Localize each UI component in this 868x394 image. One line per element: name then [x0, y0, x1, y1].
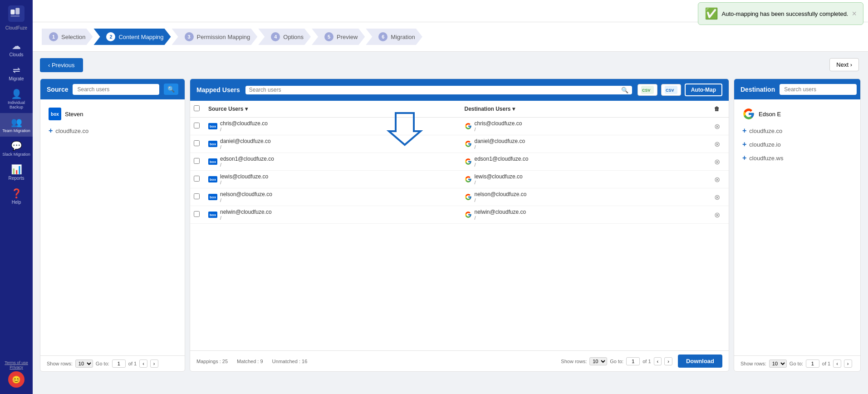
mapped-page-input[interactable]	[626, 357, 640, 365]
dest-user-cell-3: lewis@cloudfuze.co /	[475, 173, 523, 185]
sidebar-item-clouds[interactable]: ☁ Clouds	[0, 37, 33, 61]
destination-search-input[interactable]	[780, 84, 857, 95]
dest-prev-page[interactable]: ‹	[833, 360, 841, 368]
dest-next-page[interactable]: ›	[844, 360, 852, 368]
steps-bar: 1 Selection 2 Content Mapping 3 Permissi…	[33, 22, 868, 52]
next-button[interactable]: Next ›	[829, 58, 859, 71]
remove-cell-3: ⊗	[711, 171, 729, 188]
mapped-panel: Mapped Users 🔍 CSV↓ CSV↑ Auto-Map	[190, 79, 729, 372]
source-email-1: daniel@cloudfuze.co	[220, 138, 271, 144]
row-checkbox-2[interactable]	[194, 158, 200, 164]
source-search-button[interactable]: 🔍	[164, 84, 178, 95]
mapped-prev-page[interactable]: ‹	[654, 357, 662, 365]
step-2[interactable]: 2 Content Mapping	[93, 29, 172, 45]
dest-domain-3[interactable]: + cloudfuze.ws	[739, 151, 856, 165]
remove-cell-5: ⊗	[711, 206, 729, 224]
step-preview[interactable]: 5 Preview	[312, 29, 365, 45]
mapped-goto-label: Go to:	[610, 359, 623, 364]
gsuite-icon-1	[465, 140, 472, 148]
row-checkbox-3[interactable]	[194, 176, 200, 182]
csv-download-button-2[interactable]: CSV↑	[661, 84, 681, 96]
destination-panel-footer: Show rows: 10 Go to: of 1 ‹ ›	[734, 355, 860, 371]
automap-button[interactable]: Auto-Map	[685, 84, 722, 96]
step-6[interactable]: 6 Migration	[366, 29, 423, 45]
source-rows-select[interactable]: 10	[75, 360, 93, 368]
sidebar-label-individual-backup: Individual Backup	[2, 100, 31, 109]
dest-page-input[interactable]	[806, 360, 819, 368]
csv-download-button-1[interactable]: CSV↓	[638, 84, 657, 96]
source-next-page[interactable]: ›	[150, 360, 158, 368]
dest-domain-1[interactable]: + cloudfuze.co	[739, 124, 856, 138]
sidebar-item-reports[interactable]: 📊 Reports	[0, 160, 33, 184]
remove-mapping-button-3[interactable]: ⊗	[714, 176, 720, 183]
remove-cell-0: ⊗	[711, 118, 729, 135]
row-checkbox-1[interactable]	[194, 140, 200, 146]
step-3[interactable]: 3 Permission Mapping	[172, 29, 259, 45]
previous-button[interactable]: ‹ Previous	[40, 58, 83, 72]
row-checkbox-0[interactable]	[194, 123, 200, 128]
step-6-num: 6	[378, 32, 387, 41]
step-selection[interactable]: 1 Selection	[42, 29, 93, 45]
sidebar-item-help[interactable]: ❓ Help	[0, 184, 33, 208]
destination-user: Edson E	[739, 104, 856, 124]
gsuite-icon-4	[465, 193, 472, 201]
mapped-search-input[interactable]	[249, 87, 621, 93]
sidebar-item-slack-migration[interactable]: 💬 Slack Migration	[0, 137, 33, 160]
step-permission-mapping[interactable]: 3 Permission Mapping	[172, 29, 258, 45]
source-path-0: /	[220, 127, 268, 132]
row-checkbox-5[interactable]	[194, 211, 200, 217]
step-migration[interactable]: 6 Migration	[366, 29, 422, 45]
mapped-rows-select[interactable]: 10	[589, 357, 607, 365]
download-button[interactable]: Download	[678, 355, 722, 368]
feedback-button[interactable]: 😊	[8, 371, 25, 388]
mapped-next-page[interactable]: ›	[664, 357, 672, 365]
dest-domain-2[interactable]: + cloudfuze.io	[739, 138, 856, 151]
remove-mapping-button-0[interactable]: ⊗	[714, 123, 720, 130]
step-1[interactable]: 1 Selection	[42, 29, 93, 45]
remove-cell-2: ⊗	[711, 153, 729, 171]
table-row: box daniel@cloudfuze.co /	[190, 135, 729, 153]
source-prev-page[interactable]: ‹	[139, 360, 147, 368]
source-email-3: lewis@cloudfuze.co	[220, 173, 268, 180]
dest-path-1: /	[475, 144, 525, 150]
matched-stat: Matched : 9	[237, 359, 263, 364]
step-content-mapping[interactable]: 2 Content Mapping	[93, 29, 171, 45]
source-cell-0: box chris@cloudfuze.co /	[205, 118, 461, 135]
gsuite-icon-2	[465, 158, 472, 165]
sidebar-item-migrate[interactable]: ⇌ Migrate	[0, 61, 33, 85]
dest-rows-select[interactable]: 10	[769, 360, 787, 368]
remove-mapping-button-4[interactable]: ⊗	[714, 193, 720, 201]
box-icon-5: box	[208, 212, 217, 218]
step-4[interactable]: 4 Options	[258, 29, 312, 45]
step-4-label: Options	[283, 34, 304, 40]
sidebar-label-help: Help	[12, 200, 21, 205]
select-all-checkbox[interactable]	[194, 105, 200, 111]
sidebar-item-individual-backup[interactable]: 👤 Individual Backup	[0, 85, 33, 113]
step-5[interactable]: 5 Preview	[312, 29, 366, 45]
dest-users-header: Destination Users ▾	[461, 101, 711, 118]
row-checkbox-4[interactable]	[194, 193, 200, 199]
source-page-input[interactable]	[112, 360, 126, 368]
delete-all-icon[interactable]: 🗑	[714, 106, 720, 112]
dest-email-0: chris@cloudfuze.co	[475, 120, 522, 127]
dest-plus-icon-2: +	[742, 140, 746, 148]
sidebar-item-team-migration[interactable]: 👥 Team Migration	[0, 113, 33, 137]
table-row: box edson1@cloudfuze.co /	[190, 153, 729, 171]
source-panel-header: Source 🔍	[40, 79, 185, 99]
mapped-of-label: of 1	[642, 359, 651, 364]
notification-close-button[interactable]: ×	[852, 9, 857, 19]
step-2-label: Content Mapping	[118, 34, 163, 40]
source-domain[interactable]: + cloudfuze.co	[45, 124, 180, 138]
notification-toast: ✅ Auto-mapping has been successfully com…	[698, 2, 863, 25]
source-user-cell-5: nelwin@cloudfuze.co /	[220, 209, 272, 221]
remove-mapping-button-5[interactable]: ⊗	[714, 211, 720, 219]
remove-mapping-button-1[interactable]: ⊗	[714, 140, 720, 148]
remove-mapping-button-2[interactable]: ⊗	[714, 158, 720, 166]
step-options[interactable]: 4 Options	[258, 29, 311, 45]
sidebar-label-reports: Reports	[8, 176, 24, 181]
step-6-label: Migration	[391, 34, 415, 40]
gsuite-logo	[742, 108, 755, 120]
source-search-input[interactable]	[73, 84, 159, 95]
box-icon-2: box	[208, 158, 217, 165]
dest-goto-label: Go to:	[790, 361, 803, 366]
